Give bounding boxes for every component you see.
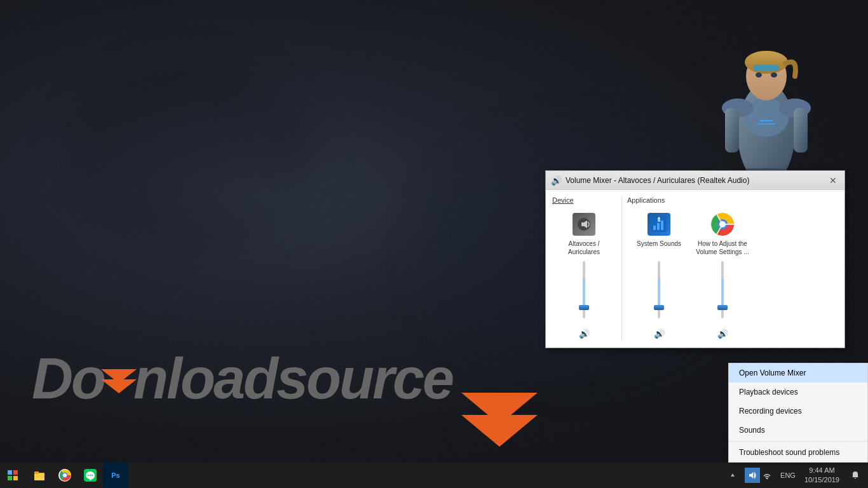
taskbar-photoshop-icon[interactable]: Ps	[103, 463, 128, 488]
system-sounds-mute-button[interactable]: 🔊	[654, 329, 665, 339]
chrome-channel-name: How to Adjust the Volume Settings ...	[693, 240, 752, 257]
context-menu-item-playback-devices[interactable]: Playback devices	[729, 383, 867, 402]
applications-section-label: Applications	[627, 196, 838, 204]
context-menu-item-troubleshoot[interactable]: Troubleshoot sound problems	[729, 443, 867, 462]
taskbar: Ps E	[0, 463, 868, 488]
clock-date: 10/15/2019	[804, 475, 839, 485]
slider-track	[721, 261, 724, 318]
device-section-label[interactable]: Device	[552, 196, 616, 204]
right-chevrons	[461, 393, 538, 437]
logo-text-part2: nloadsource	[133, 346, 452, 412]
device-volume-slider[interactable]	[578, 261, 590, 325]
slider-thumb[interactable]	[717, 305, 728, 310]
system-clock[interactable]: 9:44 AM 10/15/2019	[799, 466, 844, 485]
slider-thumb[interactable]	[654, 305, 664, 310]
volume-mixer-window: 🔊 Volume Mixer - Altavoces / Auriculares…	[545, 170, 845, 348]
speaker-app-icon	[573, 213, 595, 236]
svg-point-11	[771, 72, 777, 78]
svg-rect-20	[653, 226, 656, 230]
chrome-channel: How to Adjust the Volume Settings ... 🔊	[691, 209, 754, 341]
svg-point-37	[63, 473, 67, 477]
svg-rect-22	[661, 220, 663, 230]
system-sounds-channel: System Sounds 🔊	[627, 209, 691, 341]
speaker-icon: 🔊	[551, 175, 562, 186]
svg-marker-43	[749, 472, 753, 478]
device-channel-name: Altavoces /Auriculares	[568, 240, 600, 257]
context-menu-item-recording-devices[interactable]: Recording devices	[729, 402, 867, 421]
svg-rect-41	[92, 475, 93, 476]
device-channel: Altavoces /Auriculares 🔊	[552, 209, 616, 341]
system-sounds-name: System Sounds	[637, 240, 681, 257]
taskbar-chrome-icon[interactable]	[52, 463, 78, 488]
slider-thumb[interactable]	[579, 305, 589, 310]
logo-chevron	[101, 369, 137, 390]
context-menu: Open Volume Mixer Playback devices Recor…	[728, 363, 868, 463]
device-section: Device	[552, 196, 622, 341]
taskbar-icons: Ps	[27, 463, 128, 488]
tray-icons	[740, 468, 776, 483]
svg-point-44	[766, 477, 768, 479]
system-tray: ENG 9:44 AM 10/15/2019	[727, 463, 868, 488]
system-sounds-slider[interactable]	[653, 261, 665, 325]
system-sounds-icon	[648, 213, 670, 236]
context-menu-item-sounds[interactable]: Sounds	[729, 421, 867, 440]
windows-logo-icon	[8, 470, 18, 480]
volume-mixer-titlebar: 🔊 Volume Mixer - Altavoces / Auriculares…	[546, 171, 844, 190]
volume-mixer-title: Volume Mixer - Altavoces / Auriculares (…	[566, 176, 827, 185]
apps-grid: System Sounds 🔊	[627, 209, 838, 341]
close-button[interactable]: ✕	[827, 174, 839, 187]
chrome-slider[interactable]	[716, 261, 729, 325]
mixer-sections: Device	[552, 196, 838, 341]
show-hidden-icons-button[interactable]	[727, 471, 738, 479]
svg-rect-4	[725, 108, 739, 152]
svg-rect-12	[754, 65, 779, 71]
taskbar-line-icon[interactable]	[78, 463, 103, 488]
network-tray-icon[interactable]	[763, 470, 771, 481]
svg-rect-39	[88, 475, 89, 476]
svg-marker-42	[731, 473, 735, 477]
language-indicator[interactable]: ENG	[778, 471, 798, 479]
logo-text-part1: Do	[32, 346, 104, 412]
svg-rect-33	[34, 474, 44, 480]
notification-button[interactable]	[846, 463, 865, 488]
slider-track	[583, 261, 585, 318]
applications-section: Applications	[622, 196, 838, 341]
start-button[interactable]	[0, 463, 25, 488]
volume-mixer-content: Device	[546, 190, 844, 348]
chrome-icon-container	[710, 212, 735, 237]
chrome-mute-button[interactable]: 🔊	[717, 329, 728, 339]
svg-rect-40	[90, 475, 91, 476]
context-menu-item-open-volume-mixer[interactable]: Open Volume Mixer	[729, 363, 867, 383]
svg-rect-17	[581, 222, 584, 226]
svg-rect-21	[657, 223, 660, 230]
taskbar-file-explorer-icon[interactable]	[27, 463, 52, 488]
desktop: Do nloadsource	[0, 0, 868, 488]
system-sounds-icon-container	[646, 212, 672, 237]
device-mute-button[interactable]: 🔊	[579, 329, 590, 339]
svg-rect-32	[34, 471, 39, 474]
volume-tray-icon[interactable]	[745, 468, 760, 483]
svg-point-10	[756, 72, 762, 78]
clock-time: 9:44 AM	[804, 466, 839, 475]
context-menu-separator	[729, 441, 867, 442]
svg-rect-5	[794, 108, 808, 152]
slider-track	[658, 261, 660, 318]
logo-area: Do nloadsource	[32, 346, 452, 412]
device-icon	[571, 212, 597, 237]
